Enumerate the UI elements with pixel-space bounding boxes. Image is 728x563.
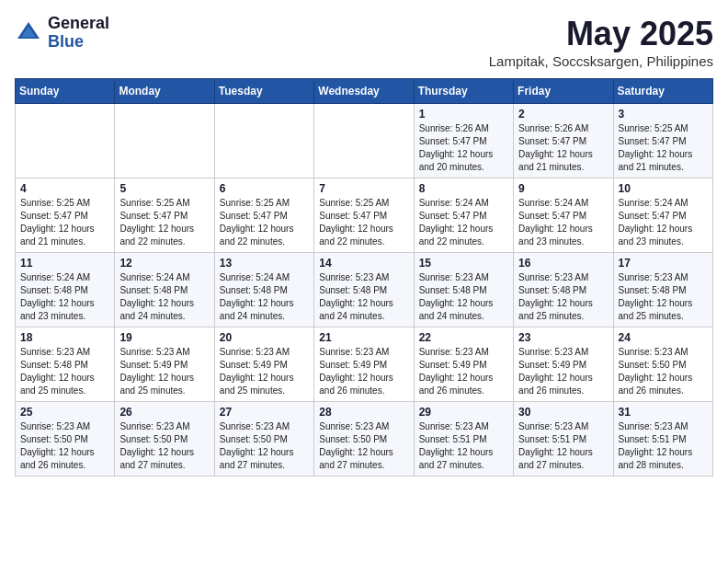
logo: General Blue (15, 15, 109, 52)
calendar-cell: 21Sunrise: 5:23 AM Sunset: 5:49 PM Dayli… (314, 327, 414, 402)
day-info: Sunrise: 5:25 AM Sunset: 5:47 PM Dayligh… (619, 122, 708, 174)
calendar-cell: 22Sunrise: 5:23 AM Sunset: 5:49 PM Dayli… (414, 327, 513, 402)
calendar-cell: 14Sunrise: 5:23 AM Sunset: 5:48 PM Dayli… (314, 253, 414, 327)
day-number: 7 (319, 182, 408, 195)
day-info: Sunrise: 5:24 AM Sunset: 5:48 PM Dayligh… (220, 271, 309, 323)
calendar-cell: 5Sunrise: 5:25 AM Sunset: 5:47 PM Daylig… (115, 178, 214, 253)
day-info: Sunrise: 5:23 AM Sunset: 5:48 PM Dayligh… (619, 271, 708, 323)
calendar-cell: 18Sunrise: 5:23 AM Sunset: 5:48 PM Dayli… (16, 327, 115, 402)
day-info: Sunrise: 5:26 AM Sunset: 5:47 PM Dayligh… (518, 122, 608, 174)
day-info: Sunrise: 5:25 AM Sunset: 5:47 PM Dayligh… (119, 197, 209, 248)
day-info: Sunrise: 5:23 AM Sunset: 5:49 PM Dayligh… (419, 346, 508, 397)
day-number: 10 (619, 182, 708, 195)
day-info: Sunrise: 5:24 AM Sunset: 5:48 PM Dayligh… (119, 271, 209, 323)
calendar-week-3: 11Sunrise: 5:24 AM Sunset: 5:48 PM Dayli… (16, 253, 713, 327)
title-block: May 2025 Lampitak, Soccsksargen, Philipp… (489, 15, 713, 69)
day-number: 24 (619, 331, 708, 344)
day-number: 12 (119, 257, 209, 270)
day-number: 31 (619, 406, 708, 419)
day-info: Sunrise: 5:23 AM Sunset: 5:50 PM Dayligh… (220, 420, 309, 472)
weekday-header-sunday: Sunday (16, 79, 115, 104)
day-info: Sunrise: 5:23 AM Sunset: 5:48 PM Dayligh… (319, 271, 408, 323)
calendar-cell: 16Sunrise: 5:23 AM Sunset: 5:48 PM Dayli… (514, 253, 613, 327)
day-number: 13 (220, 257, 309, 270)
day-info: Sunrise: 5:23 AM Sunset: 5:49 PM Dayligh… (220, 346, 309, 397)
day-info: Sunrise: 5:23 AM Sunset: 5:49 PM Dayligh… (518, 346, 608, 397)
calendar-cell: 20Sunrise: 5:23 AM Sunset: 5:49 PM Dayli… (214, 327, 313, 402)
calendar-week-5: 25Sunrise: 5:23 AM Sunset: 5:50 PM Dayli… (16, 402, 713, 477)
logo-general: General (48, 15, 109, 33)
calendar-week-1: 1Sunrise: 5:26 AM Sunset: 5:47 PM Daylig… (16, 104, 713, 178)
calendar-cell (115, 104, 214, 178)
calendar-cell: 10Sunrise: 5:24 AM Sunset: 5:47 PM Dayli… (613, 178, 712, 253)
day-info: Sunrise: 5:24 AM Sunset: 5:47 PM Dayligh… (419, 197, 508, 248)
day-number: 29 (419, 406, 508, 419)
calendar-cell: 26Sunrise: 5:23 AM Sunset: 5:50 PM Dayli… (115, 402, 214, 477)
day-number: 30 (518, 406, 608, 419)
calendar-header: SundayMondayTuesdayWednesdayThursdayFrid… (16, 79, 713, 104)
calendar-week-2: 4Sunrise: 5:25 AM Sunset: 5:47 PM Daylig… (16, 178, 713, 253)
day-info: Sunrise: 5:25 AM Sunset: 5:47 PM Dayligh… (319, 197, 408, 248)
day-number: 8 (419, 182, 508, 195)
day-number: 21 (319, 331, 408, 344)
calendar-cell: 8Sunrise: 5:24 AM Sunset: 5:47 PM Daylig… (414, 178, 513, 253)
day-info: Sunrise: 5:23 AM Sunset: 5:50 PM Dayligh… (619, 346, 708, 397)
day-info: Sunrise: 5:23 AM Sunset: 5:48 PM Dayligh… (419, 271, 508, 323)
day-info: Sunrise: 5:23 AM Sunset: 5:49 PM Dayligh… (319, 346, 408, 397)
weekday-header-row: SundayMondayTuesdayWednesdayThursdayFrid… (16, 79, 713, 104)
day-number: 20 (220, 331, 309, 344)
calendar-cell: 4Sunrise: 5:25 AM Sunset: 5:47 PM Daylig… (16, 178, 115, 253)
day-info: Sunrise: 5:25 AM Sunset: 5:47 PM Dayligh… (220, 197, 309, 248)
calendar-cell: 28Sunrise: 5:23 AM Sunset: 5:50 PM Dayli… (314, 402, 414, 477)
calendar-cell: 3Sunrise: 5:25 AM Sunset: 5:47 PM Daylig… (613, 104, 712, 178)
weekday-header-thursday: Thursday (414, 79, 513, 104)
day-number: 14 (319, 257, 408, 270)
calendar-cell: 27Sunrise: 5:23 AM Sunset: 5:50 PM Dayli… (214, 402, 313, 477)
calendar-cell: 23Sunrise: 5:23 AM Sunset: 5:49 PM Dayli… (514, 327, 613, 402)
calendar-cell: 1Sunrise: 5:26 AM Sunset: 5:47 PM Daylig… (414, 104, 513, 178)
calendar-cell: 19Sunrise: 5:23 AM Sunset: 5:49 PM Dayli… (115, 327, 214, 402)
calendar-week-4: 18Sunrise: 5:23 AM Sunset: 5:48 PM Dayli… (16, 327, 713, 402)
day-info: Sunrise: 5:23 AM Sunset: 5:48 PM Dayligh… (20, 346, 109, 397)
day-number: 1 (419, 108, 508, 121)
day-number: 18 (20, 331, 109, 344)
day-info: Sunrise: 5:23 AM Sunset: 5:48 PM Dayligh… (518, 271, 608, 323)
day-info: Sunrise: 5:25 AM Sunset: 5:47 PM Dayligh… (20, 197, 109, 248)
day-number: 11 (20, 257, 109, 270)
day-number: 26 (119, 406, 209, 419)
day-info: Sunrise: 5:23 AM Sunset: 5:51 PM Dayligh… (419, 420, 508, 472)
day-number: 23 (518, 331, 608, 344)
calendar-cell: 11Sunrise: 5:24 AM Sunset: 5:48 PM Dayli… (16, 253, 115, 327)
day-number: 3 (619, 108, 708, 121)
day-number: 4 (20, 182, 109, 195)
calendar-cell (214, 104, 313, 178)
day-number: 19 (119, 331, 209, 344)
logo-text: General Blue (48, 15, 109, 52)
calendar-table: SundayMondayTuesdayWednesdayThursdayFrid… (15, 78, 713, 477)
calendar-cell: 31Sunrise: 5:23 AM Sunset: 5:51 PM Dayli… (613, 402, 712, 477)
day-number: 16 (518, 257, 608, 270)
logo-blue: Blue (48, 33, 109, 52)
calendar-cell: 15Sunrise: 5:23 AM Sunset: 5:48 PM Dayli… (414, 253, 513, 327)
day-number: 28 (319, 406, 408, 419)
calendar-body: 1Sunrise: 5:26 AM Sunset: 5:47 PM Daylig… (16, 104, 713, 477)
day-number: 6 (220, 182, 309, 195)
day-info: Sunrise: 5:23 AM Sunset: 5:49 PM Dayligh… (119, 346, 209, 397)
calendar-cell (16, 104, 115, 178)
day-info: Sunrise: 5:24 AM Sunset: 5:48 PM Dayligh… (20, 271, 109, 323)
day-info: Sunrise: 5:24 AM Sunset: 5:47 PM Dayligh… (619, 197, 708, 248)
day-number: 2 (518, 108, 608, 121)
day-number: 9 (518, 182, 608, 195)
day-info: Sunrise: 5:23 AM Sunset: 5:50 PM Dayligh… (119, 420, 209, 472)
weekday-header-friday: Friday (514, 79, 613, 104)
calendar-cell: 30Sunrise: 5:23 AM Sunset: 5:51 PM Dayli… (514, 402, 613, 477)
day-info: Sunrise: 5:23 AM Sunset: 5:51 PM Dayligh… (518, 420, 608, 472)
day-info: Sunrise: 5:23 AM Sunset: 5:50 PM Dayligh… (20, 420, 109, 472)
calendar-cell: 7Sunrise: 5:25 AM Sunset: 5:47 PM Daylig… (314, 178, 414, 253)
calendar-cell: 24Sunrise: 5:23 AM Sunset: 5:50 PM Dayli… (613, 327, 712, 402)
calendar-cell: 13Sunrise: 5:24 AM Sunset: 5:48 PM Dayli… (214, 253, 313, 327)
day-info: Sunrise: 5:26 AM Sunset: 5:47 PM Dayligh… (419, 122, 508, 174)
calendar-cell: 29Sunrise: 5:23 AM Sunset: 5:51 PM Dayli… (414, 402, 513, 477)
day-number: 15 (419, 257, 508, 270)
page-header: General Blue May 2025 Lampitak, Soccsksa… (15, 15, 713, 69)
